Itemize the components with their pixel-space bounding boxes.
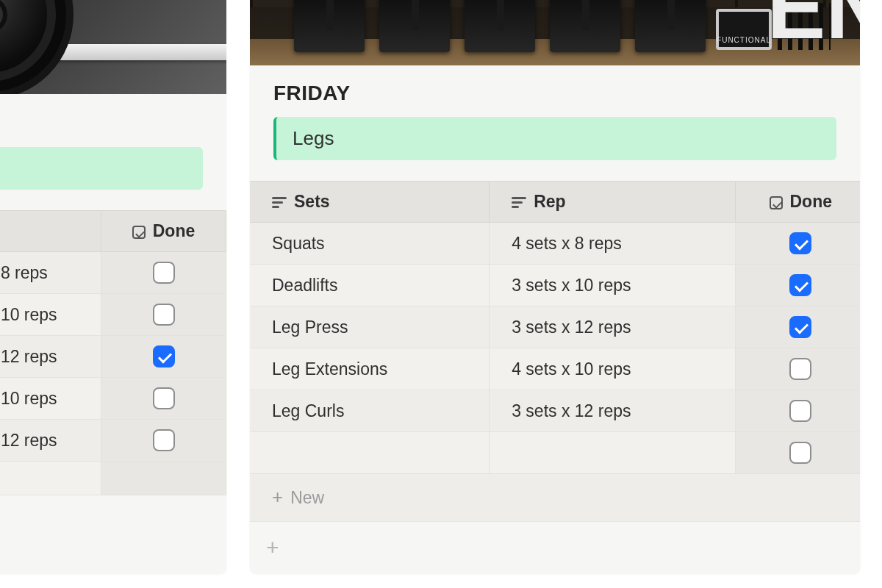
done-cell[interactable] [101, 420, 226, 462]
checkbox-icon [770, 196, 783, 209]
checkbox-icon [132, 226, 146, 239]
done-cell[interactable] [735, 265, 860, 306]
done-checkbox[interactable] [153, 387, 175, 409]
gym-sign: FUNCTIONAL [716, 9, 772, 50]
plus-icon: + [272, 486, 283, 508]
rep-cell[interactable]: 3 sets x 10 reps [490, 265, 735, 306]
done-checkbox[interactable] [789, 358, 811, 380]
text-column-icon [272, 197, 287, 209]
gym-wall-letter: EN [767, 0, 860, 51]
sets-cell[interactable]: Leg Curls [250, 390, 490, 432]
table-row[interactable]: Leg Press3 sets x 12 reps [250, 306, 860, 348]
add-block-button[interactable]: + [250, 521, 860, 573]
rep-cell[interactable]: x 8 reps [0, 252, 101, 294]
plus-icon: + [266, 535, 279, 559]
table-row[interactable]: Deadlifts3 sets x 10 reps [250, 265, 860, 306]
done-cell[interactable] [735, 306, 860, 348]
done-checkbox[interactable] [153, 345, 175, 368]
table-row[interactable]: x 12 reps [0, 420, 226, 462]
rep-cell[interactable]: x 10 reps [0, 294, 101, 336]
sets-cell[interactable]: Leg Extensions [250, 348, 490, 390]
done-cell[interactable] [735, 348, 860, 390]
sets-cell[interactable] [250, 432, 490, 474]
exercise-table: Sets Rep Done Squats4 sets x 8 repsDeadl… [250, 181, 860, 521]
done-cell[interactable] [101, 378, 226, 420]
done-header-label: Done [790, 192, 833, 211]
cover-image-gym: FUNCTIONAL EN [250, 0, 860, 65]
done-cell[interactable] [101, 252, 226, 294]
done-checkbox[interactable] [153, 262, 175, 284]
column-header-rep[interactable]: Rep [490, 182, 735, 223]
column-header-rep[interactable]: p [0, 211, 101, 252]
add-row-button[interactable]: +New [250, 474, 860, 521]
table-row[interactable]: x 10 reps [0, 294, 226, 336]
rep-cell[interactable]: 4 sets x 10 reps [490, 348, 735, 390]
table-row[interactable]: Leg Extensions4 sets x 10 reps [250, 348, 860, 390]
done-checkbox[interactable] [789, 316, 811, 338]
rep-cell[interactable]: x 12 reps [0, 336, 101, 378]
exercise-table-partial: p Done x 8 repsx 10 repsx 12 repsx 10 re… [0, 210, 226, 532]
done-cell[interactable] [735, 390, 860, 432]
column-header-done[interactable]: Done [735, 182, 860, 223]
rep-cell[interactable] [490, 432, 735, 474]
sets-cell[interactable]: Squats [250, 223, 490, 265]
sets-cell[interactable]: Leg Press [250, 306, 490, 348]
rep-cell[interactable]: x 10 reps [0, 378, 101, 420]
cover-image-barbell [0, 0, 226, 94]
callout-muscle-group[interactable]: Legs [273, 117, 836, 160]
rep-cell[interactable]: 3 sets x 12 reps [490, 390, 735, 432]
rep-cell[interactable]: 4 sets x 8 reps [490, 223, 735, 265]
workout-card-friday: FUNCTIONAL EN FRIDAY Legs Sets Rep Done [250, 0, 860, 573]
table-row[interactable]: x 12 reps [0, 336, 226, 378]
rep-cell[interactable]: x 12 reps [0, 420, 101, 462]
done-cell[interactable] [735, 432, 860, 474]
column-header-sets[interactable]: Sets [250, 182, 490, 223]
table-row[interactable]: x 10 reps [0, 378, 226, 420]
table-row[interactable] [250, 432, 860, 474]
sets-header-label: Sets [294, 192, 330, 211]
table-row[interactable]: Leg Curls3 sets x 12 reps [250, 390, 860, 432]
rep-cell[interactable]: 3 sets x 12 reps [490, 306, 735, 348]
text-column-icon [512, 197, 526, 209]
done-checkbox[interactable] [789, 400, 811, 422]
done-cell[interactable] [101, 294, 226, 336]
table-row[interactable]: Squats4 sets x 8 reps [250, 223, 860, 265]
workout-card-partial: p Done x 8 repsx 10 repsx 12 repsx 10 re… [0, 0, 226, 573]
done-header-label: Done [153, 221, 196, 240]
done-cell[interactable] [101, 336, 226, 378]
day-title[interactable]: FRIDAY [250, 82, 860, 117]
done-checkbox[interactable] [789, 232, 811, 254]
done-cell[interactable] [735, 223, 860, 265]
table-row[interactable]: x 8 reps [0, 252, 226, 294]
done-checkbox[interactable] [789, 274, 811, 296]
sets-cell[interactable]: Deadlifts [250, 265, 490, 306]
done-checkbox[interactable] [789, 442, 811, 464]
done-checkbox[interactable] [153, 304, 175, 326]
callout-muscle-group[interactable] [0, 147, 203, 190]
new-row-label: New [290, 488, 324, 507]
column-header-done[interactable]: Done [101, 211, 226, 252]
done-checkbox[interactable] [153, 429, 175, 451]
rep-header-label: Rep [534, 192, 565, 211]
